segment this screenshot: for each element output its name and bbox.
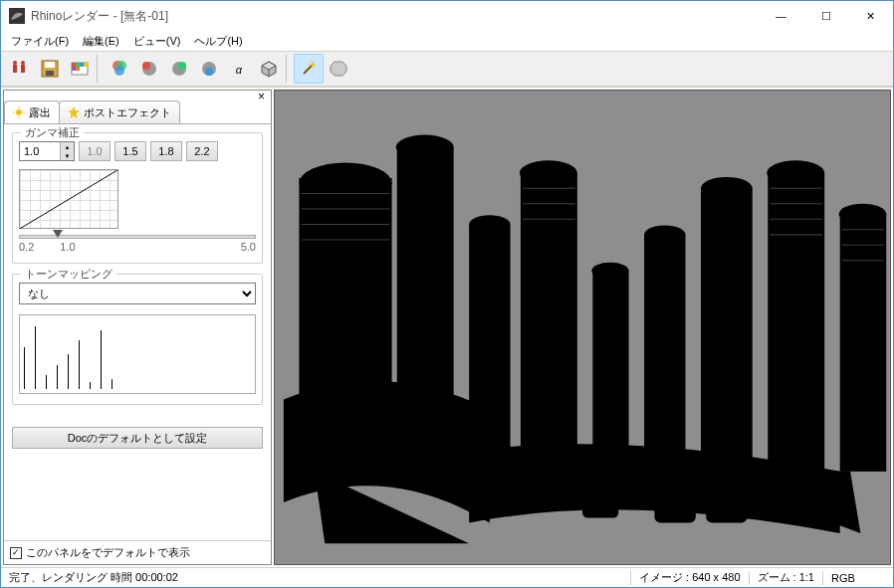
panel-footer: ✓ このパネルをでデフォルトで表示 <box>4 540 271 564</box>
svg-point-38 <box>469 215 510 234</box>
svg-point-17 <box>114 66 124 76</box>
svg-rect-37 <box>469 225 510 462</box>
spin-down-icon[interactable]: ▼ <box>60 151 74 160</box>
spin-up-icon[interactable]: ▲ <box>60 142 74 151</box>
svg-rect-41 <box>592 271 628 456</box>
panel-body: ガンマ補正 ▲ ▼ 1.0 1.5 1.8 2.2 <box>4 124 271 540</box>
slider-thumb-icon[interactable] <box>53 230 63 238</box>
tonemap-select[interactable]: なし <box>19 283 256 304</box>
gamma-legend: ガンマ補正 <box>21 125 84 140</box>
svg-rect-10 <box>76 63 80 67</box>
window-title: Rhinoレンダー - [無名-01] <box>31 8 759 25</box>
status-image-size: イメージ : 640 x 480 <box>631 570 749 585</box>
toolbar-separator <box>286 55 292 83</box>
svg-point-44 <box>644 226 685 245</box>
alpha-icon[interactable]: α <box>224 54 254 84</box>
panel-tabs: 露出 ポストエフェクト <box>4 100 271 124</box>
svg-rect-6 <box>45 62 55 68</box>
gamma-spinner[interactable]: ▲ ▼ <box>19 141 75 161</box>
slider-max: 5.0 <box>241 241 256 253</box>
save-icon[interactable] <box>35 54 65 84</box>
menu-file[interactable]: ファイル(F) <box>5 32 75 51</box>
toolbar: α <box>1 51 893 87</box>
gamma-preset-3[interactable]: 1.8 <box>150 141 182 161</box>
svg-text:α: α <box>236 64 243 76</box>
menu-view[interactable]: ビュー(V) <box>127 32 187 51</box>
save-default-button[interactable]: Docのデフォルトとして設定 <box>12 427 263 449</box>
svg-rect-45 <box>701 188 753 477</box>
status-bar: 完了、レンダリング 時間 00:00:02 イメージ : 640 x 480 ズ… <box>1 567 893 587</box>
status-left: 完了、レンダリング 時間 00:00:02 <box>1 570 630 585</box>
blue-channel-icon[interactable] <box>194 54 224 84</box>
gamma-input[interactable] <box>20 142 60 160</box>
clone-icon[interactable] <box>5 54 35 84</box>
wand-icon[interactable] <box>294 54 324 84</box>
tab-exposure[interactable]: 露出 <box>4 100 60 123</box>
svg-point-46 <box>701 177 753 200</box>
minimize-button[interactable]: — <box>759 1 803 31</box>
svg-rect-52 <box>706 451 747 522</box>
svg-rect-12 <box>84 63 88 67</box>
svg-line-31 <box>20 170 117 229</box>
slider-min: 0.2 <box>19 241 34 253</box>
star-icon <box>68 106 80 118</box>
svg-point-3 <box>21 61 25 65</box>
maximize-button[interactable]: ☐ <box>803 1 848 31</box>
svg-rect-13 <box>72 67 76 71</box>
svg-point-19 <box>142 62 150 70</box>
svg-rect-49 <box>840 214 887 472</box>
svg-rect-34 <box>299 178 391 415</box>
svg-rect-7 <box>46 71 54 76</box>
gamma-slider[interactable]: 0.2 1.0 5.0 <box>19 235 256 253</box>
status-zoom: ズーム : 1:1 <box>750 570 822 585</box>
status-mode: RGB <box>823 572 893 584</box>
title-bar: Rhinoレンダー - [無名-01] — ☐ ✕ <box>1 1 893 31</box>
slider-mid: 1.0 <box>60 241 75 253</box>
main-area: × 露出 ポストエフェクト ガンマ補正 ▲ ▼ <box>1 87 893 567</box>
svg-rect-14 <box>76 67 80 71</box>
gamma-preset-1[interactable]: 1.0 <box>79 141 111 161</box>
histogram <box>19 314 256 394</box>
svg-point-40 <box>520 160 577 185</box>
tab-exposure-label: 露出 <box>29 105 51 120</box>
menu-bar: ファイル(F) 編集(E) ビュー(V) ヘルプ(H) <box>1 31 893 51</box>
render-viewport[interactable] <box>274 90 891 565</box>
svg-rect-51 <box>654 451 695 522</box>
gamma-preset-2[interactable]: 1.5 <box>114 141 146 161</box>
cube-icon[interactable] <box>254 54 284 84</box>
menu-help[interactable]: ヘルプ(H) <box>188 32 248 51</box>
footer-checkbox[interactable]: ✓ <box>10 547 22 559</box>
green-channel-icon[interactable] <box>164 54 194 84</box>
rgb-icon[interactable] <box>105 54 134 84</box>
svg-rect-43 <box>644 235 685 462</box>
render-image <box>275 91 890 564</box>
tab-posteffect-label: ポストエフェクト <box>84 105 171 120</box>
close-button[interactable]: ✕ <box>848 1 893 31</box>
sun-icon <box>13 106 25 118</box>
panel-close-button[interactable]: × <box>254 90 269 103</box>
menu-edit[interactable]: 編集(E) <box>77 32 125 51</box>
footer-checkbox-label: このパネルをでデフォルトで表示 <box>26 545 190 560</box>
svg-point-36 <box>396 134 454 159</box>
tonemap-fieldset: トーンマッピング なし <box>12 274 263 405</box>
svg-rect-4 <box>21 65 25 73</box>
svg-point-42 <box>591 263 628 280</box>
svg-point-26 <box>16 109 22 115</box>
tab-posteffect[interactable]: ポストエフェクト <box>59 100 180 123</box>
svg-rect-11 <box>80 63 84 67</box>
svg-point-1 <box>13 61 17 65</box>
red-channel-icon[interactable] <box>134 54 164 84</box>
stop-icon[interactable] <box>324 54 353 84</box>
svg-rect-9 <box>72 63 76 67</box>
side-panel: × 露出 ポストエフェクト ガンマ補正 ▲ ▼ <box>3 90 272 565</box>
toolbar-separator <box>97 55 103 83</box>
app-icon <box>9 8 25 24</box>
svg-rect-35 <box>397 147 454 436</box>
palette-icon[interactable] <box>65 54 95 84</box>
gamma-fieldset: ガンマ補正 ▲ ▼ 1.0 1.5 1.8 2.2 <box>12 132 263 264</box>
gamma-preset-4[interactable]: 2.2 <box>186 141 218 161</box>
svg-point-48 <box>767 160 824 185</box>
gamma-curve <box>19 169 118 229</box>
svg-line-25 <box>304 65 313 74</box>
svg-point-21 <box>178 62 186 70</box>
